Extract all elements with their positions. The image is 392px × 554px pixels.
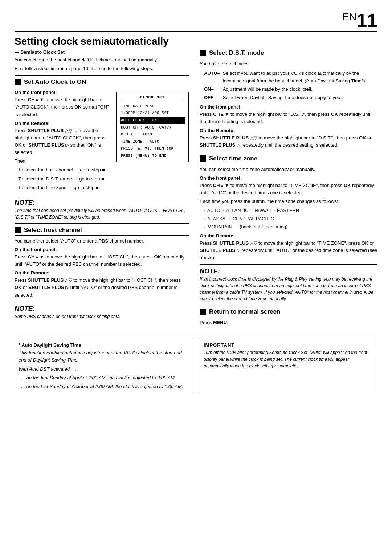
divider-5 bbox=[200, 152, 377, 152]
tz-front-panel-text2: Each time you press the button, the time… bbox=[200, 198, 377, 205]
note2-title: NOTE: bbox=[15, 305, 189, 313]
divider-4 bbox=[15, 302, 189, 302]
set-auto-clock-title: Set Auto Clock to ON bbox=[24, 78, 86, 86]
right-column: Select D.S.T. mode You have three choice… bbox=[200, 49, 377, 328]
dst-remote-label: On the Remote: bbox=[200, 128, 377, 133]
clock-row-4: HOST CH : AUTO (CATV) bbox=[120, 124, 185, 131]
tz-zone-2: → ALASKA → CENTRAL PACIFIC bbox=[201, 215, 377, 223]
dst-off-text: Select when Daylight Saving Time does no… bbox=[223, 94, 377, 102]
auto-dst-text3: . . . on the first Sunday of April at 2:… bbox=[19, 374, 188, 382]
dst-auto-label: AUTO– bbox=[204, 70, 222, 85]
tz-front-panel-text: Press CH▲▼ to move the highlight bar to … bbox=[200, 182, 377, 196]
clock-row-7: PRESS (▲, ▼), THEN (OK) bbox=[120, 145, 185, 152]
clock-set-title: CLOCK SET bbox=[120, 94, 185, 101]
step2: To select the D.S.T. mode — go to step ■… bbox=[18, 175, 189, 183]
select-tz-heading: Select time zone bbox=[200, 155, 377, 164]
dst-front-panel-text: Press CH▲▼ to move the highlight bar to … bbox=[200, 111, 377, 125]
note3-title: NOTE: bbox=[200, 268, 377, 275]
page-number: 11 bbox=[356, 10, 377, 31]
dst-off-row: OFF– Select when Daylight Saving Time do… bbox=[204, 94, 377, 102]
left-column: — Semiauto Clock Set You can change the … bbox=[15, 49, 189, 328]
divider-3 bbox=[15, 223, 189, 224]
host-remote-label: On the Remote: bbox=[15, 270, 189, 276]
divider-7 bbox=[200, 305, 377, 305]
return-title: Return to normal screen bbox=[209, 308, 281, 315]
note2-text: Some PBS channels do not transmit clock … bbox=[15, 313, 189, 320]
bottom-section: * Auto Daylight Saving Time This functio… bbox=[15, 335, 377, 395]
black-square-1 bbox=[15, 79, 21, 85]
tz-zones-list: → AUTO→ ATLANTIC→ HAWAII→ EASTERN → ALAS… bbox=[201, 207, 377, 231]
intro-text1: You can change the host channel/D.S.T. /… bbox=[15, 56, 189, 64]
tz-front-panel-label: On the front panel: bbox=[200, 175, 377, 181]
clock-row-8: PRESS (MENU) TO END bbox=[120, 152, 185, 160]
return-text: Press MENU. bbox=[200, 319, 377, 326]
black-square-5 bbox=[200, 309, 206, 315]
intro-follow: First follow steps ■ to ■ on page 10, th… bbox=[15, 66, 153, 71]
note3-text: If an incorrect clock time is displayed … bbox=[200, 276, 377, 302]
dst-front-panel-label: On the front panel: bbox=[200, 104, 377, 110]
tz-zone-3: → MOUNTAIN → (back to the beginning) bbox=[201, 223, 377, 231]
select-dst-heading: Select D.S.T. mode bbox=[200, 49, 377, 58]
clock-row-1: TIME DATE YEAR bbox=[120, 103, 185, 110]
select-host-heading: Select host channel bbox=[15, 227, 189, 236]
step1: To select the host channel — go to step … bbox=[18, 166, 189, 174]
select-tz-title: Select time zone bbox=[209, 155, 257, 162]
auto-dst-text4: . . . on the last Sunday of October at 2… bbox=[19, 383, 188, 390]
dst-on-label: ON– bbox=[204, 86, 222, 93]
tz-zone-1: → AUTO→ ATLANTIC→ HAWAII→ EASTERN bbox=[201, 207, 377, 215]
important-box: IMPORTANT Turn off the VCR after perform… bbox=[200, 339, 377, 395]
dst-options-table: AUTO– Select if you want to adjust your … bbox=[203, 69, 377, 102]
dst-remote-text: Press SHUTTLE PLUS △▽ to move the highli… bbox=[200, 134, 377, 149]
auto-dst-title: * Auto Daylight Saving Time bbox=[19, 342, 188, 348]
page-header: EN11 bbox=[15, 11, 377, 32]
semiauto-subtitle: — Semiauto Clock Set bbox=[15, 49, 189, 55]
black-square-3 bbox=[200, 50, 206, 56]
tz-intro: You can select the time zone automatical… bbox=[200, 166, 377, 173]
divider-1 bbox=[15, 75, 189, 76]
page-title: Setting clock semiautomatically bbox=[15, 36, 377, 47]
black-square-2 bbox=[15, 227, 21, 233]
host-front-panel-text: Press CH▲▼ to move the highlight bar to … bbox=[15, 253, 189, 268]
dst-on-text: Adjustment will be made by the clock its… bbox=[223, 86, 377, 93]
host-front-panel-label: On the front panel: bbox=[15, 247, 189, 252]
tz-remote-text: Press SHUTTLE PLUS △▽ to move the highli… bbox=[200, 240, 377, 261]
dst-intro: You have three choices: bbox=[200, 60, 377, 68]
select-dst-title: Select D.S.T. mode bbox=[209, 49, 264, 57]
auto-dst-text2: With Auto DST activated, . . . bbox=[19, 366, 188, 373]
dst-auto-text: Select if you want to adjust your VCR's … bbox=[223, 70, 377, 85]
clock-row-2: 1:00PM 12/24 /00 SAT bbox=[120, 110, 185, 117]
select-host-title: Select host channel bbox=[24, 227, 82, 234]
note-block-2: NOTE: Some PBS channels do not transmit … bbox=[15, 305, 189, 320]
clock-row-5: D.S.T. : AUTO bbox=[120, 131, 185, 138]
important-title: IMPORTANT bbox=[204, 342, 373, 348]
note1-title: NOTE: bbox=[15, 199, 189, 207]
step3: To select the time zone — go to step ■. bbox=[18, 184, 189, 191]
en-label: EN bbox=[342, 11, 356, 23]
main-content: — Semiauto Clock Set You can change the … bbox=[15, 49, 377, 328]
divider-2 bbox=[15, 196, 189, 196]
black-square-4 bbox=[200, 155, 206, 162]
dst-auto-row: AUTO– Select if you want to adjust your … bbox=[204, 70, 377, 85]
auto-dst-text1: This function enables automatic adjustme… bbox=[19, 349, 188, 364]
auto-clock-content: CLOCK SET TIME DATE YEAR 1:00PM 12/24 /0… bbox=[15, 90, 189, 193]
host-remote-text: Press SHUTTLE PLUS △▽ to move the highli… bbox=[15, 277, 189, 298]
dst-on-row: ON– Adjustment will be made by the clock… bbox=[204, 86, 377, 93]
clock-set-diagram: CLOCK SET TIME DATE YEAR 1:00PM 12/24 /0… bbox=[116, 92, 189, 162]
note-block-1: NOTE: The time that has been set previou… bbox=[15, 199, 189, 220]
clock-row-6: TIME ZONE : AUTO bbox=[120, 138, 185, 146]
intro-text2: First follow steps ■ to ■ on page 10, th… bbox=[15, 65, 189, 72]
tz-remote-label: On the Remote: bbox=[200, 233, 377, 239]
dst-off-label: OFF– bbox=[204, 94, 222, 102]
select-host-intro: You can either select "AUTO" or enter a … bbox=[15, 237, 189, 245]
important-text: Turn off the VCR after performing Semiau… bbox=[204, 349, 373, 370]
return-heading: Return to normal screen bbox=[200, 308, 377, 317]
clock-row-3-highlight: AUTO CLOCK : ON bbox=[120, 117, 185, 124]
divider-6 bbox=[200, 264, 377, 265]
auto-dst-box: * Auto Daylight Saving Time This functio… bbox=[15, 339, 192, 395]
note1-text: The time that has been set previously wi… bbox=[15, 207, 189, 220]
set-auto-clock-heading: Set Auto Clock to ON bbox=[15, 78, 189, 87]
note-block-3: NOTE: If an incorrect clock time is disp… bbox=[200, 268, 377, 302]
